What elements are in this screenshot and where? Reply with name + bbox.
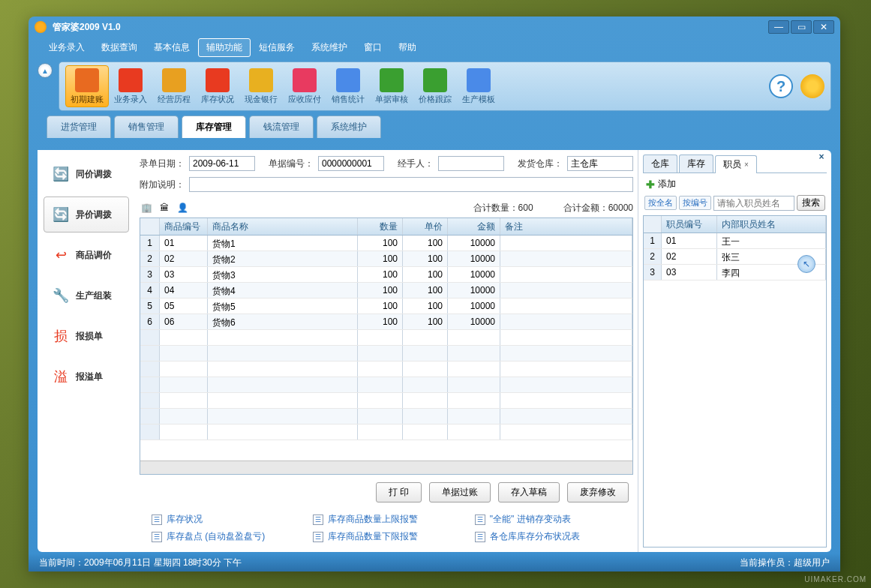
by-code-button[interactable]: 按编号 (679, 196, 711, 210)
grid-row[interactable]: 101货物110010010000 (140, 236, 632, 251)
staff-row[interactable]: 101王一 (644, 233, 826, 249)
by-fullname-button[interactable]: 按全名 (644, 196, 677, 210)
toolbtn-4[interactable]: 现金银行 (239, 65, 283, 107)
tab-close-icon[interactable]: × (744, 160, 749, 169)
sidebar-item-0[interactable]: 🔄同价调拨 (44, 156, 129, 192)
tab-0[interactable]: 进货管理 (47, 116, 111, 138)
tool-label: 现金银行 (245, 94, 278, 105)
toolbtn-6[interactable]: 销售统计 (326, 65, 370, 107)
total-qty-value: 600 (518, 202, 533, 213)
staff-col-index[interactable] (644, 216, 662, 232)
toolbtn-8[interactable]: 价格跟踪 (413, 65, 457, 107)
grid-col-name[interactable]: 商品名称 (208, 218, 358, 235)
grid-row[interactable]: 202货物210010010000 (140, 251, 632, 267)
globe-icon[interactable] (800, 74, 824, 98)
grid-row[interactable] (140, 346, 632, 362)
quick-link-0[interactable]: ☰库存状况 (152, 513, 298, 526)
quick-link-3[interactable]: ☰库存盘点 (自动盘盈盘亏) (152, 530, 298, 543)
toolbtn-0[interactable]: 初期建账 (65, 65, 109, 107)
save-draft-button[interactable]: 存入草稿 (498, 482, 560, 502)
grid-col-index[interactable] (140, 218, 160, 235)
grid-col-note[interactable]: 备注 (500, 218, 632, 235)
grid-row[interactable] (140, 393, 632, 409)
grid-row[interactable]: 606货物610010010000 (140, 314, 632, 330)
grid-col-code[interactable]: 商品编号 (160, 218, 208, 235)
right-tab-2[interactable]: 职员× (715, 155, 757, 173)
grid-col-qty[interactable]: 数量 (358, 218, 403, 235)
toolbtn-5[interactable]: 应收应付 (283, 65, 326, 107)
grid-row[interactable]: 303货物310010010000 (140, 267, 632, 283)
tab-2[interactable]: 库存管理 (182, 116, 246, 138)
docno-input[interactable] (318, 156, 384, 171)
grid-row[interactable] (140, 377, 632, 393)
toolbtn-9[interactable]: 生产模板 (457, 65, 500, 107)
toolbtn-3[interactable]: 库存状况 (196, 65, 239, 107)
grid-col-amt[interactable]: 金额 (448, 218, 500, 235)
right-tab-1[interactable]: 库存 (679, 154, 713, 172)
search-button[interactable]: 搜索 (797, 195, 825, 211)
right-tab-0[interactable]: 仓库 (643, 154, 677, 172)
sidebar-item-4[interactable]: 损报损单 (44, 318, 129, 354)
sidebar-label: 报溢单 (76, 370, 103, 383)
close-button[interactable]: ✕ (813, 20, 834, 34)
date-input[interactable] (189, 156, 255, 171)
add-row[interactable]: ✚ 添加 (643, 173, 827, 195)
staff-search-input[interactable] (713, 196, 794, 211)
toolbar-collapse-button[interactable]: ▲ (38, 63, 53, 78)
list-icon: ☰ (475, 532, 485, 542)
post-button[interactable]: 单据过账 (429, 482, 491, 502)
maximize-button[interactable]: ▭ (791, 20, 812, 34)
tool-icon (467, 68, 491, 92)
note-input[interactable] (189, 177, 633, 192)
status-time-value: 2009年06月11日 星期四 18时30分 下午 (84, 557, 242, 568)
tab-1[interactable]: 销售管理 (114, 116, 179, 138)
building1-icon[interactable]: 🏢 (140, 201, 153, 214)
toolbtn-7[interactable]: 单据审核 (370, 65, 413, 107)
sidebar-item-2[interactable]: ↩商品调价 (44, 237, 129, 273)
right-tabs: 仓库库存职员× (643, 154, 827, 173)
quick-link-4[interactable]: ☰库存商品数量下限报警 (313, 530, 459, 543)
grid-row[interactable]: 505货物510010010000 (140, 298, 632, 314)
tab-4[interactable]: 系统维护 (317, 116, 381, 138)
grid-hscrollbar[interactable] (140, 460, 632, 474)
toolbtn-2[interactable]: 经营历程 (152, 65, 196, 107)
tab-3[interactable]: 钱流管理 (249, 116, 314, 138)
menu-4[interactable]: 短信服务 (251, 38, 303, 57)
menu-5[interactable]: 系统维护 (303, 38, 356, 57)
sidebar-item-5[interactable]: 溢报溢单 (44, 358, 129, 394)
grid-row[interactable] (140, 409, 632, 424)
minimize-button[interactable]: — (768, 20, 789, 34)
grid-row[interactable] (140, 424, 632, 440)
help-icon[interactable]: ? (769, 74, 793, 98)
quick-link-1[interactable]: ☰库存商品数量上限报警 (313, 513, 459, 526)
handler-input[interactable] (438, 156, 504, 171)
pointer-badge-icon: ↖ (797, 255, 815, 273)
person-icon[interactable]: 👤 (176, 201, 189, 214)
building2-icon[interactable]: 🏛 (158, 201, 171, 214)
sidebar-item-1[interactable]: 🔄异价调拨 (44, 196, 129, 232)
menu-3[interactable]: 辅助功能 (198, 38, 251, 57)
grid-row[interactable] (140, 362, 632, 377)
right-panel-close-icon[interactable]: × (816, 152, 827, 162)
toolbtn-1[interactable]: 业务录入 (109, 65, 152, 107)
staff-col-name[interactable]: 内部职员姓名 (717, 216, 826, 232)
quick-link-5[interactable]: ☰各仓库库存分布状况表 (475, 530, 621, 543)
menu-7[interactable]: 帮助 (390, 38, 425, 57)
grid-col-price[interactable]: 单价 (403, 218, 448, 235)
print-button[interactable]: 打 印 (376, 482, 422, 502)
grid-row[interactable]: 404货物410010010000 (140, 283, 632, 298)
quick-link-2[interactable]: ☰"全能" 进销存变动表 (475, 513, 621, 526)
menu-2[interactable]: 基本信息 (146, 38, 198, 57)
grid-row[interactable] (140, 330, 632, 346)
titlebar[interactable]: 管家婆2009 V1.0 — ▭ ✕ (29, 16, 840, 38)
staff-col-code[interactable]: 职员编号 (662, 216, 717, 232)
menu-0[interactable]: 业务录入 (41, 38, 93, 57)
discard-button[interactable]: 废弃修改 (567, 482, 629, 502)
grid-body[interactable]: 101货物110010010000202货物210010010000303货物3… (140, 236, 632, 460)
menu-6[interactable]: 窗口 (356, 38, 390, 57)
warehouse-input[interactable] (567, 156, 633, 171)
tool-label: 初期建账 (71, 94, 104, 105)
sidebar-item-3[interactable]: 🔧生产组装 (44, 278, 129, 314)
menu-1[interactable]: 数据查询 (93, 38, 146, 57)
tool-label: 应收应付 (288, 94, 321, 105)
